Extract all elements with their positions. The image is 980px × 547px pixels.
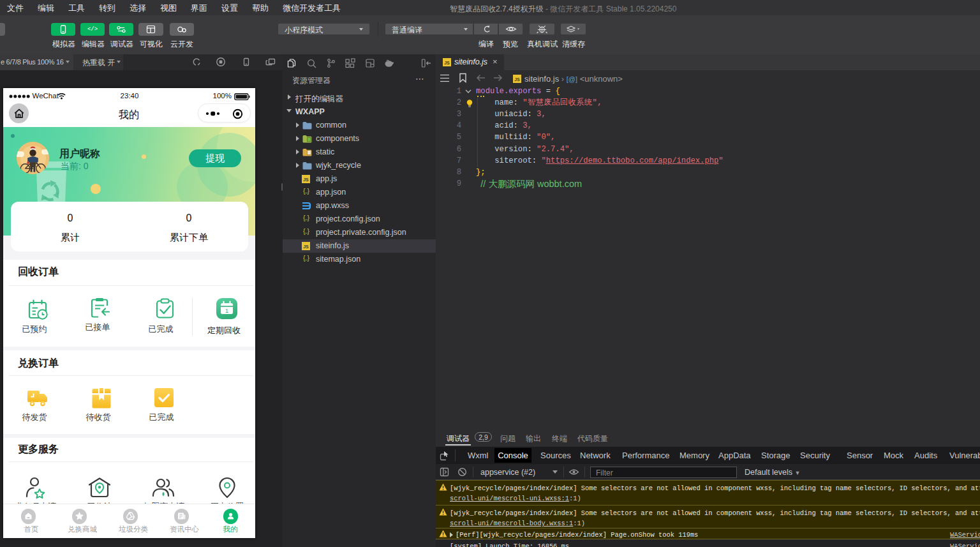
- svg-text:1: 1: [225, 308, 228, 314]
